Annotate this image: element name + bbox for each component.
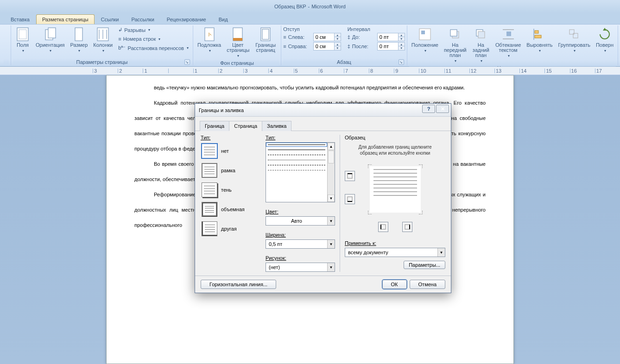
art-combobox[interactable]: (нет)▼	[266, 263, 335, 272]
page-setup-launcher[interactable]: ↘	[184, 59, 190, 65]
indent-right-input[interactable]: ▲▼	[313, 42, 341, 50]
text-wrap-icon	[501, 27, 516, 42]
margins-button[interactable]: Поля	[13, 25, 32, 54]
paragraph: ведь «текучку» нужно максимально прогноз…	[134, 80, 486, 95]
spacing-after-input[interactable]: ▲▼	[377, 42, 405, 50]
dialog-tab-shading[interactable]: Заливка	[262, 121, 291, 131]
dialog-tab-page[interactable]: Страница	[229, 121, 262, 131]
chevron-down-icon[interactable]: ▼	[327, 240, 335, 248]
group-page-background: A Подложка Цвет страницы Границы страниц…	[193, 25, 281, 65]
preview-hint: Для добавления границ щелкните образец и…	[345, 142, 445, 160]
spacing-before-input[interactable]: ▲▼	[377, 33, 405, 41]
chevron-down-icon[interactable]: ▼	[327, 217, 335, 225]
orientation-icon	[43, 27, 57, 42]
breaks-icon: ↲	[118, 27, 122, 33]
page-color-button[interactable]: Цвет страницы	[224, 25, 251, 59]
indent-left-icon: ≡	[283, 34, 286, 40]
paragraph-launcher[interactable]: ↘	[399, 59, 404, 65]
ribbon: Поля Ориентация Размер Колонки ↲Разрывы …	[0, 24, 620, 67]
align-icon	[532, 27, 547, 42]
columns-icon	[95, 27, 110, 42]
indent-left-input[interactable]: ▲▼	[313, 33, 341, 41]
align-button[interactable]: Выровнять	[524, 25, 555, 54]
style-scrollbar[interactable]: ▲▼	[327, 143, 335, 202]
dialog-tab-border[interactable]: Граница	[200, 121, 229, 131]
orientation-button[interactable]: Ориентация	[33, 25, 67, 54]
preview-canvas[interactable]	[345, 162, 445, 217]
app-name: Microsoft Word	[311, 4, 346, 9]
dialog-close-button[interactable]: ✕	[436, 105, 449, 113]
line-numbers-button[interactable]: ≡Номера строк	[116, 35, 191, 43]
size-button[interactable]: Размер	[68, 25, 90, 54]
window-titlebar: Образец ВКР - Microsoft Word	[0, 0, 620, 13]
chevron-down-icon[interactable]: ▼	[437, 248, 445, 257]
width-label: Ширина:	[266, 232, 335, 238]
dialog-title-text: Границы и заливка	[199, 107, 244, 113]
position-button[interactable]: Положение	[409, 25, 441, 54]
tab-review[interactable]: Рецензирование	[161, 14, 212, 24]
edge-right-button[interactable]	[402, 222, 412, 232]
svg-rect-24	[535, 31, 538, 33]
indent-right-icon: ≡	[283, 44, 286, 49]
chevron-down-icon[interactable]: ▼	[327, 263, 335, 271]
edge-top-button[interactable]	[345, 171, 355, 181]
horizontal-ruler[interactable]: 3211234567891011121314151617	[0, 67, 620, 75]
page-borders-button[interactable]: Границы страниц	[252, 25, 279, 54]
group-icon	[567, 27, 582, 42]
svg-rect-16	[421, 31, 425, 34]
rotate-icon	[597, 27, 612, 42]
tab-references[interactable]: Ссылки	[95, 14, 125, 24]
text-wrap-button[interactable]: Обтекание текстом	[493, 25, 523, 59]
horizontal-line-button[interactable]: Горизонтальная линия...	[201, 280, 276, 289]
send-back-button[interactable]: На задний план	[470, 25, 492, 64]
setting-shadow[interactable]: тень	[201, 181, 261, 199]
size-icon	[71, 27, 86, 42]
page-color-icon	[230, 27, 245, 42]
line-numbers-icon: ≡	[118, 36, 121, 42]
group-button[interactable]: Группировать	[556, 25, 593, 54]
spacing-after-icon: ‡	[348, 44, 350, 49]
watermark-icon: A	[202, 27, 217, 42]
edge-left-button[interactable]	[378, 222, 388, 232]
rotate-button[interactable]: Поверн	[594, 25, 616, 54]
tab-page-layout[interactable]: Разметка страницы	[36, 14, 95, 24]
color-label: Цвет:	[266, 209, 335, 214]
options-button[interactable]: Параметры...	[404, 261, 445, 269]
tab-mailings[interactable]: Рассылки	[125, 14, 160, 24]
ok-button[interactable]: ОК	[382, 280, 407, 289]
edge-bottom-button[interactable]	[345, 194, 355, 204]
setting-3d[interactable]: объемная	[201, 201, 261, 218]
hyphenation-button[interactable]: bª⁻Расстановка переносов	[116, 44, 191, 52]
svg-rect-3	[48, 28, 56, 38]
columns-button[interactable]: Колонки	[91, 25, 115, 54]
color-combobox[interactable]: Авто▼	[266, 216, 335, 226]
setting-type-label: Тип:	[201, 135, 261, 140]
cancel-button[interactable]: Отмена	[410, 280, 445, 289]
style-listbox[interactable]: ▲▼	[266, 142, 335, 202]
dialog-titlebar[interactable]: Границы и заливка ? ✕	[195, 104, 451, 117]
page-borders-icon	[258, 27, 273, 42]
bring-front-icon	[448, 27, 462, 42]
dialog-help-button[interactable]: ?	[422, 105, 435, 113]
watermark-button[interactable]: A Подложка	[195, 25, 223, 54]
dialog-tabs: Граница Страница Заливка	[195, 117, 451, 131]
style-label: Тип:	[266, 135, 335, 140]
svg-rect-30	[348, 174, 352, 178]
setting-box[interactable]: рамка	[201, 162, 261, 179]
width-combobox[interactable]: 0,5 пт▼	[266, 239, 335, 249]
setting-custom[interactable]: другая	[201, 220, 261, 238]
tab-view[interactable]: Вид	[213, 14, 234, 24]
group-paragraph: Отступ ≡Слева:▲▼ ≡Справа:▲▼ Интервал ‡До…	[281, 25, 407, 65]
tab-insert[interactable]: Вставка	[5, 14, 36, 24]
bring-front-button[interactable]: На передний план	[442, 25, 469, 64]
apply-to-combobox[interactable]: всему документу▼	[345, 248, 445, 257]
svg-rect-12	[233, 38, 242, 41]
position-icon	[418, 27, 432, 42]
margins-icon	[15, 27, 30, 42]
preview-label: Образец	[345, 135, 445, 140]
svg-marker-29	[603, 28, 607, 31]
spacing-before-icon: ‡	[348, 34, 350, 40]
breaks-button[interactable]: ↲Разрывы	[116, 25, 191, 34]
setting-none[interactable]: нет	[201, 142, 261, 160]
svg-rect-25	[535, 35, 541, 38]
